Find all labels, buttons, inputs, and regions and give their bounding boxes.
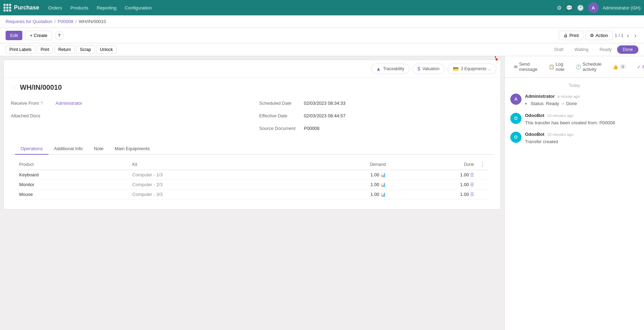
msg-author-2: OdooBot — [525, 113, 545, 118]
breadcrumb-p00008[interactable]: P00008 — [58, 19, 73, 24]
tab-operations[interactable]: Operations — [15, 143, 49, 155]
receive-from-value[interactable]: Administrator — [55, 98, 82, 108]
breadcrumb-sep1: / — [54, 19, 56, 24]
operations-table: Product Kit Demand Done ⋮ — [16, 159, 488, 199]
form-left: Receive From ? Administrator Attached Do… — [11, 98, 245, 136]
msg-body-2: OdooBot 10 minutes ago This transfer has… — [525, 113, 638, 126]
attached-docs-label: Attached Docs — [11, 111, 53, 121]
send-message-button[interactable]: ✉ Send message — [510, 60, 541, 74]
page-nav: 1 / 1 ‹ › — [615, 32, 638, 39]
smart-buttons: ▲ Traceability $ Valuation 💳 3 Equipment… — [4, 60, 501, 78]
chat-icon[interactable]: 💬 — [566, 5, 573, 11]
demand-chart-icon-1[interactable]: 📊 — [380, 182, 386, 187]
print-labels-button[interactable]: Print Labels — [6, 45, 35, 54]
status-waiting[interactable]: Waiting — [569, 45, 594, 54]
log-note-label: Log note — [556, 61, 564, 72]
scrap-button[interactable]: Scrap — [76, 45, 95, 54]
user-label: Administrator (GH) — [603, 5, 641, 10]
breadcrumb-sep2: / — [75, 19, 77, 24]
create-label: + Create — [30, 33, 47, 38]
next-page-button[interactable]: › — [632, 32, 638, 39]
cell-demand-1: 1.00 📊 — [292, 180, 389, 190]
traceability-label: Traceability — [383, 66, 404, 71]
toolbar: Edit + Create ? 🖨 Print ⚙ Action 1 / 1 ‹… — [0, 28, 644, 43]
print-button[interactable]: 🖨 Print — [559, 31, 583, 40]
equipments-label: 3 Equipments ... — [461, 66, 491, 71]
done-list-icon-2[interactable]: ☰ — [470, 192, 474, 197]
create-button[interactable]: + Create — [25, 31, 52, 40]
app-grid[interactable]: Purchase — [3, 4, 39, 12]
prev-page-button[interactable]: ‹ — [625, 32, 631, 39]
settings-icon[interactable]: ⚙ — [557, 5, 562, 11]
chat-messages: Today A Administrator a minute ago Statu… — [505, 78, 644, 330]
cell-demand-0: 1.00 📊 — [292, 170, 389, 180]
nav-orders[interactable]: Orders — [45, 3, 66, 13]
schedule-activity-button[interactable]: 🕐 Schedule activity — [572, 60, 605, 74]
table-scroll[interactable]: Product Kit Demand Done ⋮ — [16, 159, 488, 199]
demand-chart-icon-2[interactable]: 📊 — [380, 192, 386, 197]
valuation-button[interactable]: $ Valuation — [412, 64, 445, 74]
edit-button[interactable]: Edit — [6, 31, 22, 40]
valuation-label: Valuation — [422, 66, 439, 71]
msg-content-2: This transfer has been created from: P00… — [525, 119, 638, 126]
unlock-button[interactable]: Unlock — [96, 45, 117, 54]
help-button[interactable]: ? — [55, 31, 64, 40]
tab-main-equipments[interactable]: Main Equipments — [109, 143, 155, 155]
content-area: ▲ Traceability $ Valuation 💳 3 Equipment… — [0, 56, 504, 330]
col-actions: ⋮ — [477, 159, 488, 170]
record-title: ☆ WH/IN/00010 — [11, 83, 494, 91]
demand-chart-icon-0[interactable]: 📊 — [380, 173, 386, 177]
record-card: ▲ Traceability $ Valuation 💳 3 Equipment… — [3, 60, 501, 210]
status-done[interactable]: Done — [617, 45, 638, 54]
avatar[interactable]: A — [588, 2, 599, 13]
send-message-icon: ✉ — [514, 64, 518, 69]
effective-date-label: Effective Date — [259, 111, 301, 121]
favorite-star[interactable]: ☆ — [11, 84, 16, 91]
like-button[interactable]: 👍 0 — [609, 63, 629, 71]
cell-product-1: Monitor — [16, 180, 129, 190]
following-button[interactable]: ✓ Following — [634, 63, 644, 71]
print-small-button[interactable]: Print — [37, 45, 53, 54]
nav-menu: Orders Products Reporting Configuration — [45, 3, 155, 13]
table-row: Keyboard Computer - 1/3 1.00 📊 1.00 ☰ — [16, 170, 488, 180]
cell-actions-1 — [477, 180, 488, 190]
col-demand: Demand — [292, 159, 389, 170]
cell-product-0: Keyboard — [16, 170, 129, 180]
col-done: Done — [388, 159, 477, 170]
receive-from-row: Receive From ? Administrator — [11, 98, 245, 108]
source-doc-row: Source Document P00008 — [259, 124, 494, 133]
chat-panel: ✉ Send message 📋 Log note 🕐 Schedule act… — [504, 56, 644, 330]
scheduled-date-row: Scheduled Date 02/03/2023 08:34:33 — [259, 98, 494, 108]
grid-icon[interactable] — [3, 4, 11, 12]
log-note-button[interactable]: 📋 Log note — [545, 60, 568, 74]
done-list-icon-1[interactable]: ☰ — [470, 182, 474, 187]
table-row: Monitor Computer - 2/3 1.00 📊 1.00 ☰ — [16, 180, 488, 190]
action-bar: Print Labels Print Return Scrap Unlock D… — [0, 43, 644, 56]
equipments-button[interactable]: 💳 3 Equipments ... — [447, 64, 496, 74]
status-draft[interactable]: Draft — [549, 45, 569, 54]
clock-icon[interactable]: 🕐 — [577, 5, 584, 11]
record-name: WH/IN/00010 — [20, 83, 62, 91]
breadcrumb-rfq[interactable]: Requests for Quotation — [6, 19, 52, 24]
done-list-icon-0[interactable]: ☰ — [470, 173, 474, 177]
status-ready[interactable]: Ready — [594, 45, 617, 54]
cell-kit-0: Computer - 1/3 — [129, 170, 291, 180]
tab-additional-info[interactable]: Additional Info — [49, 143, 88, 155]
tab-note[interactable]: Note — [88, 143, 109, 155]
action-button[interactable]: ⚙ Action — [585, 31, 613, 40]
message-2: O OdooBot 10 minutes ago This transfer h… — [510, 113, 638, 126]
nav-products[interactable]: Products — [67, 3, 92, 13]
msg-content-3: Transfer created — [525, 138, 638, 145]
form-body: ☆ WH/IN/00010 Receive From ? Administrat… — [4, 78, 501, 209]
nav-configuration[interactable]: Configuration — [121, 3, 155, 13]
traceability-button[interactable]: ▲ Traceability — [371, 64, 410, 74]
valuation-icon: $ — [417, 66, 420, 72]
nav-reporting[interactable]: Reporting — [93, 3, 120, 13]
cell-actions-2 — [477, 190, 488, 199]
table-settings-icon[interactable]: ⋮ — [480, 161, 485, 167]
msg-time-2: 10 minutes ago — [547, 113, 573, 118]
table-row: Mouse Computer - 3/3 1.00 📊 1.00 ☰ — [16, 190, 488, 199]
return-button[interactable]: Return — [54, 45, 75, 54]
receive-from-help-icon[interactable]: ? — [40, 98, 43, 108]
form-grid: Receive From ? Administrator Attached Do… — [11, 98, 494, 136]
